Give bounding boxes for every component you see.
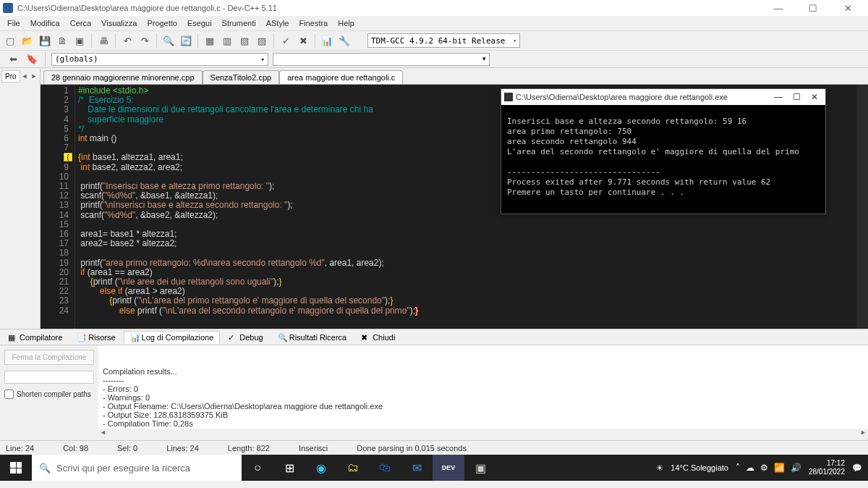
status-col: Col: 98 [63,444,88,453]
taskbar-search[interactable]: 🔍 Scrivi qui per eseguire la ricerca [32,455,242,481]
separator [273,33,274,48]
output-tab-compilatore[interactable]: ▦Compilatore [1,331,69,344]
debug-icon[interactable]: ✓ [278,33,293,48]
cortana-icon[interactable]: ○ [242,455,273,481]
line-gutter: 1 2 3 4 5 6 7 8 9 10 11 12 13 14 15 16 1… [41,85,75,329]
weather-text[interactable]: 14°C Soleggiato [671,463,728,472]
tray-volume-icon[interactable]: 🔊 [791,463,801,473]
tray-onedrive-icon[interactable]: ☁ [746,463,754,473]
output-tab-debug[interactable]: ✓Debug [221,331,269,344]
menu-modifica[interactable]: Modifica [30,19,60,28]
redo-icon[interactable]: ↷ [137,33,152,48]
function-select[interactable] [273,53,490,66]
tools-icon[interactable]: 🔧 [337,33,352,48]
tray-wifi-icon[interactable]: 📶 [774,463,785,473]
project-tab[interactable]: Pro [1,70,20,83]
find-icon[interactable]: 🔍 [161,33,176,48]
menubar: FileModificaCercaVisualizzaProgettoEsegu… [0,16,868,30]
stop-icon[interactable]: ✖ [296,33,310,48]
output-tabs: ▦Compilatore📑Risorse📊Log di Compilazione… [0,329,868,345]
save-icon[interactable]: 💾 [38,33,52,48]
output-tab-risorse[interactable]: 📑Risorse [70,331,122,344]
store-icon[interactable]: 🛍 [369,455,401,481]
compile-icon[interactable]: ▦ [203,33,217,48]
back-icon[interactable]: ⬅ [6,52,20,67]
weather-icon[interactable]: ☀ [656,463,663,473]
filter-input[interactable] [4,371,94,384]
menu-file[interactable]: File [7,19,20,28]
file-tab[interactable]: area maggiore due rettangoli.c [279,70,403,84]
tab-next-icon[interactable]: ► [29,72,38,80]
compile-log: Compilation results... -------- - Errors… [98,345,868,440]
console-task-icon[interactable]: ▣ [464,455,496,481]
save-all-icon[interactable]: 🗎 [55,33,69,48]
search-icon: 🔍 [278,333,286,342]
edge-icon[interactable]: ◉ [305,455,337,481]
task-view-icon[interactable]: ⊞ [273,455,305,481]
bookmark-icon[interactable]: 🔖 [25,52,39,67]
separator [115,33,116,48]
windows-taskbar: 🔍 Scrivi qui per eseguire la ricerca ○ ⊞… [0,455,868,481]
console-maximize-button[interactable]: ☐ [793,92,801,102]
tray-chevron-icon[interactable]: ˄ [736,463,740,473]
clock-time: 17:12 [809,459,845,468]
compiler-select[interactable]: TDM-GCC 4.9.2 64-bit Release [367,33,520,48]
scrollbar-vertical[interactable] [856,85,868,329]
menu-help[interactable]: Help [338,19,354,28]
menu-strumenti[interactable]: Strumenti [222,19,256,28]
notifications-icon[interactable]: 💬 [852,463,862,473]
menu-visualizza[interactable]: Visualizza [101,19,137,28]
system-tray[interactable]: ˄ ☁ ⚙ 📶 🔊 [736,463,801,473]
console-icon [504,93,513,101]
statusbar: Line: 24 Col: 98 Sel: 0 Lines: 24 Length… [0,440,868,455]
file-tab[interactable]: 28 gennaio maggiorenne minorenne.cpp [43,70,203,84]
console-minimize-button[interactable]: — [774,92,783,102]
tray-security-icon[interactable]: ⚙ [760,463,768,473]
navigation-bar: ⬅ 🔖 (globals) [0,51,868,68]
open-icon[interactable]: 📂 [20,33,35,48]
menu-progetto[interactable]: Progetto [147,19,177,28]
rebuild-icon[interactable]: ▨ [255,33,269,48]
explorer-icon[interactable]: 🗂 [337,455,369,481]
scope-select[interactable]: (globals) [51,53,268,66]
undo-icon[interactable]: ↶ [120,33,135,48]
output-tab-log-di-compilazione[interactable]: 📊Log di Compilazione [124,331,221,344]
compile-run-icon[interactable]: ▧ [237,33,252,48]
start-button[interactable] [0,455,32,481]
search-icon: 🔍 [39,463,51,474]
minimize-button[interactable]: — [768,1,788,14]
separator [91,33,92,48]
output-tab-risultati-ricerca[interactable]: 🔍Risultati Ricerca [271,331,353,344]
shorten-paths-label: Shorten compiler paths [17,390,91,398]
shorten-paths-checkbox[interactable]: Shorten compiler paths [4,390,94,399]
close-file-icon[interactable]: ▣ [72,33,87,48]
menu-astyle[interactable]: AStyle [266,19,289,28]
menu-esegui[interactable]: Esegui [187,19,212,28]
status-parse: Done parsing in 0,015 seconds [357,444,467,453]
new-file-icon[interactable]: ▢ [3,33,17,48]
console-titlebar[interactable]: C:\Users\Odierna\Desktop\area maggiore d… [501,89,825,105]
gutter-marker-icon: { [64,153,72,161]
window-titlebar: C:\Users\Odierna\Desktop\area maggiore d… [0,0,868,16]
stop-compile-button[interactable]: Ferma la Compilazione [4,350,94,365]
console-window[interactable]: C:\Users\Odierna\Desktop\area maggiore d… [501,88,826,214]
run-icon[interactable]: ▥ [220,33,234,48]
maximize-button[interactable]: ☐ [803,1,823,14]
replace-icon[interactable]: 🔄 [179,33,193,48]
menu-cerca[interactable]: Cerca [70,19,91,28]
output-tab-chiudi[interactable]: ✖Chiudi [354,331,401,344]
tab-prev-icon[interactable]: ◄ [20,72,30,80]
devcpp-icon[interactable]: DEV [433,455,464,481]
taskbar-clock[interactable]: 17:12 28/01/2022 [809,459,845,476]
mail-icon[interactable]: ✉ [401,455,433,481]
scrollbar-horizontal[interactable]: ◄► [98,429,868,440]
file-tab[interactable]: SenzaTitolo2.cpp [203,70,280,84]
print-icon[interactable]: 🖶 [96,33,111,48]
close-button[interactable]: ✕ [838,1,858,14]
separator [197,33,198,48]
shorten-paths-check-input[interactable] [4,390,14,399]
menu-finestra[interactable]: Finestra [299,19,328,28]
profile-icon[interactable]: 📊 [320,33,334,48]
code-editor[interactable]: 1 2 3 4 5 6 7 8 9 10 11 12 13 14 15 16 1… [41,84,868,329]
console-close-button[interactable]: ✕ [811,92,818,102]
